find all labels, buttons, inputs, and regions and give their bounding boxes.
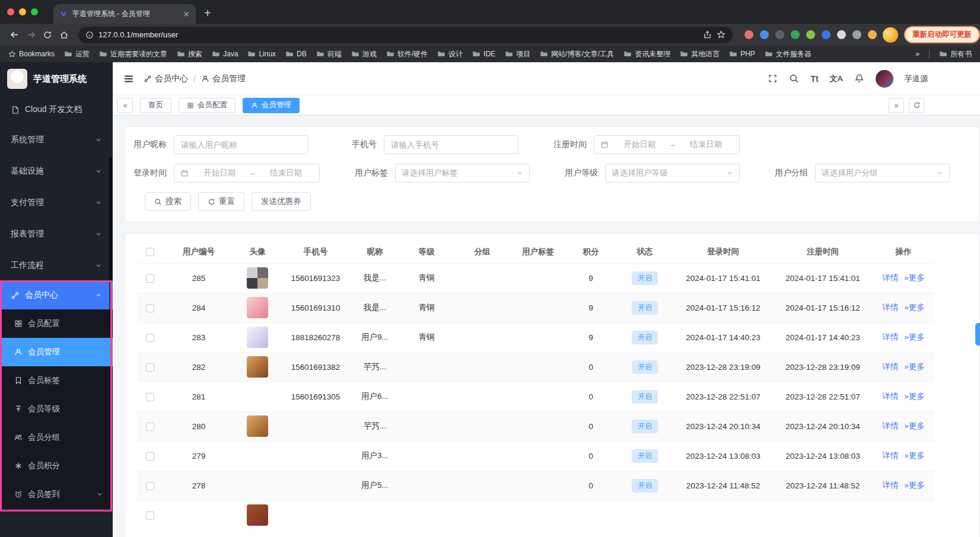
share-icon[interactable] <box>703 30 712 39</box>
level-select[interactable]: 请选择用户等级 <box>605 164 740 183</box>
sidebar-item-member-config[interactable]: 会员配置 <box>0 309 113 338</box>
breadcrumb-member-center[interactable]: 会员中心 <box>144 73 188 84</box>
notification-bell-button[interactable] <box>854 73 864 84</box>
more-link[interactable]: »更多 <box>904 362 925 371</box>
bookmark-folder[interactable]: 软件/硬件 <box>386 49 428 59</box>
page-tab-home[interactable]: 首页 <box>140 98 171 113</box>
sidebar-group-item[interactable]: 工作流程 <box>0 250 113 281</box>
sidebar-item-member-signin[interactable]: 会员签到 <box>0 480 113 509</box>
bookmark-folder[interactable]: Linux <box>247 50 276 58</box>
extension-icon[interactable] <box>760 30 769 39</box>
bookmark-folder[interactable]: 网站/博客/文章/工具 <box>540 49 614 59</box>
app-logo-row[interactable]: 芋道管理系统 <box>0 62 113 95</box>
sidebar-item-cloud-docs[interactable]: Cloud 开发文档 <box>0 95 113 124</box>
zoom-window-button[interactable] <box>31 8 38 15</box>
row-checkbox[interactable] <box>146 423 154 431</box>
extension-icon[interactable] <box>775 30 784 39</box>
row-checkbox[interactable] <box>146 482 154 490</box>
locale-button[interactable]: 文A <box>830 73 843 84</box>
bookmark-folder[interactable]: DB <box>285 50 307 58</box>
row-checkbox[interactable] <box>146 393 154 401</box>
more-link[interactable]: »更多 <box>904 333 925 341</box>
detail-link[interactable]: 详情 <box>882 421 898 430</box>
row-checkbox[interactable] <box>146 304 154 312</box>
nickname-input[interactable] <box>174 135 308 154</box>
extension-icon[interactable] <box>837 30 846 39</box>
extension-icon[interactable] <box>806 30 815 39</box>
bookmark-folder[interactable]: 其他语言 <box>680 49 720 59</box>
extension-icon[interactable] <box>791 30 800 39</box>
tag-select[interactable]: 请选择用户标签 <box>395 164 530 183</box>
reload-button[interactable] <box>39 27 56 43</box>
sidebar-item-member-group[interactable]: 会员分组 <box>0 423 113 452</box>
bookmarks-root[interactable]: Bookmarks <box>8 50 55 58</box>
minimize-window-button[interactable] <box>19 8 26 15</box>
more-link[interactable]: »更多 <box>904 273 925 282</box>
back-button[interactable] <box>6 27 23 43</box>
more-link[interactable]: »更多 <box>904 451 925 460</box>
extension-icon[interactable] <box>852 30 861 39</box>
fullscreen-button[interactable] <box>768 73 778 84</box>
mobile-input[interactable] <box>384 135 518 154</box>
font-size-button[interactable]: Tt <box>810 74 818 84</box>
site-info-icon[interactable] <box>85 31 94 39</box>
more-link[interactable]: »更多 <box>904 421 925 430</box>
sidebar-group-item[interactable]: 支付管理 <box>0 187 113 218</box>
tabs-scroll-left-button[interactable]: « <box>117 98 133 113</box>
home-button[interactable] <box>56 27 72 43</box>
send-coupon-button[interactable]: 发送优惠券 <box>252 192 311 211</box>
sidebar-item-member-tag[interactable]: 会员标签 <box>0 366 113 395</box>
more-link[interactable]: »更多 <box>904 303 925 312</box>
all-bookmarks-folder[interactable]: 所有书 <box>939 49 972 59</box>
bookmark-folder[interactable]: 设计 <box>437 49 463 59</box>
user-avatar[interactable] <box>876 70 893 88</box>
detail-link[interactable]: 详情 <box>882 392 898 401</box>
page-tab-member-manage[interactable]: 会员管理 <box>243 98 300 113</box>
bookmark-star-icon[interactable] <box>717 30 726 39</box>
browser-profile-avatar[interactable] <box>883 27 898 43</box>
bookmark-folder[interactable]: 项目 <box>505 49 530 59</box>
collapse-menu-button[interactable] <box>123 73 134 84</box>
browser-tab[interactable]: 芋道管理系统 - 会员管理 ✕ <box>53 4 196 24</box>
bookmark-folder[interactable]: 资讯未整理 <box>623 49 670 59</box>
search-button[interactable] <box>789 73 799 84</box>
bookmark-folder[interactable]: PHP <box>729 50 755 58</box>
bookmark-folder[interactable]: 游戏 <box>351 49 377 59</box>
page-tab-member-config[interactable]: 会员配置 <box>179 98 236 113</box>
sidebar-item-member-level[interactable]: 会员等级 <box>0 395 113 423</box>
detail-link[interactable]: 详情 <box>882 303 898 312</box>
new-tab-button[interactable]: + <box>204 7 211 19</box>
refresh-page-button[interactable] <box>909 98 924 113</box>
bookmark-folder[interactable]: 文件服务器 <box>765 49 812 59</box>
row-checkbox[interactable] <box>146 334 154 342</box>
row-checkbox[interactable] <box>146 363 154 372</box>
sidebar-item-member-manage[interactable]: 会员管理 <box>0 338 113 366</box>
tabs-scroll-right-button[interactable]: » <box>889 98 904 113</box>
floating-affix-tab[interactable] <box>975 323 980 346</box>
sidebar-group-item[interactable]: 基础设施 <box>0 155 113 187</box>
extension-icon[interactable] <box>822 30 831 39</box>
bookmark-folder[interactable]: 近期需要读的文章 <box>99 49 167 59</box>
detail-link[interactable]: 详情 <box>882 362 898 371</box>
bookmarks-overflow-button[interactable]: » <box>915 50 919 58</box>
sidebar-group-item[interactable]: 系统管理 <box>0 124 113 155</box>
bookmark-folder[interactable]: IDE <box>472 50 495 58</box>
login-date-range-picker[interactable]: 开始日期 – 结束日期 <box>174 164 320 183</box>
close-window-button[interactable] <box>7 8 14 15</box>
close-tab-icon[interactable]: ✕ <box>183 10 190 18</box>
browser-update-button[interactable]: 重新启动即可更新 <box>904 26 980 43</box>
bookmark-folder[interactable]: 运营 <box>64 49 90 59</box>
bookmark-folder[interactable]: Java <box>212 50 238 58</box>
row-checkbox[interactable] <box>146 452 154 461</box>
forward-button[interactable] <box>23 27 39 43</box>
user-name[interactable]: 芋道源 <box>905 73 928 84</box>
url-text[interactable]: 127.0.0.1/member/user <box>98 30 698 39</box>
group-select[interactable]: 请选择用户分组 <box>815 164 950 183</box>
reset-button[interactable]: 重置 <box>198 192 244 211</box>
address-bar[interactable]: 127.0.0.1/member/user <box>78 27 733 43</box>
detail-link[interactable]: 详情 <box>882 481 898 490</box>
detail-link[interactable]: 详情 <box>882 273 898 282</box>
more-link[interactable]: »更多 <box>904 392 925 401</box>
search-button[interactable]: 搜索 <box>145 192 191 211</box>
row-checkbox[interactable] <box>146 274 154 283</box>
